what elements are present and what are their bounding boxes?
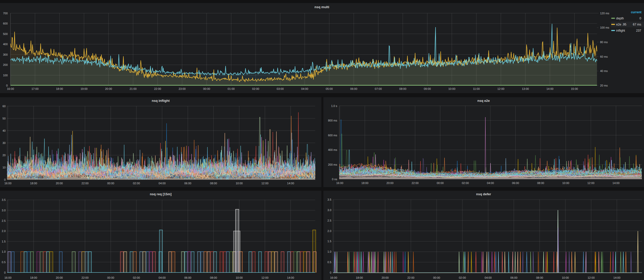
svg-text:600 ms: 600 ms: [328, 134, 337, 137]
svg-text:06:00: 06:00: [184, 182, 191, 185]
svg-text:15:00: 15:00: [571, 87, 578, 90]
svg-text:16:00: 16:00: [7, 87, 14, 90]
svg-text:12:00: 12:00: [587, 181, 594, 185]
svg-text:10: 10: [3, 166, 6, 169]
svg-text:08:00: 08:00: [537, 181, 544, 185]
svg-text:14:00: 14:00: [546, 87, 554, 90]
svg-text:16:00: 16:00: [336, 181, 343, 185]
svg-text:2.0: 2.0: [327, 229, 331, 233]
svg-text:300: 300: [3, 53, 8, 56]
svg-text:40 ms: 40 ms: [600, 69, 608, 72]
svg-text:00:00: 00:00: [107, 182, 114, 185]
svg-text:237: 237: [636, 29, 641, 32]
svg-text:14:00: 14:00: [287, 276, 294, 279]
svg-text:09:00: 09:00: [424, 87, 431, 90]
svg-text:700: 700: [3, 12, 8, 15]
svg-text:0: 0: [6, 84, 8, 87]
svg-text:10:00: 10:00: [562, 181, 569, 185]
svg-text:60: 60: [3, 105, 6, 108]
svg-text:nsq multi: nsq multi: [314, 5, 329, 9]
svg-text:200: 200: [3, 63, 8, 66]
svg-text:10:00: 10:00: [562, 276, 569, 279]
svg-text:2.5: 2.5: [327, 219, 331, 222]
svg-text:0: 0: [330, 271, 331, 274]
svg-text:05:00: 05:00: [326, 87, 333, 90]
svg-text:100: 100: [3, 74, 8, 77]
svg-text:20:00: 20:00: [56, 182, 63, 185]
svg-text:18:00: 18:00: [30, 182, 37, 185]
svg-text:22:00: 22:00: [81, 182, 89, 185]
svg-text:03:00: 03:00: [277, 87, 284, 90]
svg-text:22:00: 22:00: [407, 276, 415, 279]
svg-text:16:00: 16:00: [4, 276, 11, 279]
svg-text:18:00: 18:00: [30, 276, 37, 279]
svg-text:01:00: 01:00: [228, 87, 235, 90]
svg-text:14:00: 14:00: [613, 276, 620, 279]
svg-text:20:00: 20:00: [387, 181, 394, 185]
svg-text:12:00: 12:00: [497, 87, 505, 90]
svg-text:22:00: 22:00: [412, 181, 419, 185]
svg-text:23:00: 23:00: [179, 87, 186, 90]
svg-text:07:00: 07:00: [375, 87, 382, 90]
svg-text:04:00: 04:00: [485, 276, 492, 279]
svg-text:22:00: 22:00: [81, 276, 89, 279]
svg-text:00:00: 00:00: [203, 87, 210, 90]
svg-text:nsq req [15m]: nsq req [15m]: [150, 192, 171, 196]
svg-text:40: 40: [3, 129, 6, 132]
svg-text:80 ms: 80 ms: [600, 41, 608, 44]
svg-text:02:00: 02:00: [133, 182, 140, 185]
svg-text:00:00: 00:00: [437, 181, 444, 185]
svg-text:60 ms: 60 ms: [600, 55, 608, 58]
svg-text:1.0: 1.0: [327, 250, 331, 253]
svg-text:16:00: 16:00: [4, 182, 11, 185]
svg-text:current: current: [631, 10, 641, 14]
svg-text:1.0: 1.0: [2, 250, 6, 253]
svg-text:nsq e2e: nsq e2e: [477, 99, 490, 103]
svg-text:18:00: 18:00: [56, 87, 63, 90]
svg-text:08:00: 08:00: [536, 276, 543, 279]
svg-text:inflight: inflight: [616, 29, 625, 32]
svg-text:13:00: 13:00: [522, 87, 529, 90]
svg-text:06:00: 06:00: [512, 181, 519, 185]
svg-text:e2e .95: e2e .95: [616, 23, 626, 26]
svg-text:22:00: 22:00: [154, 87, 161, 90]
svg-text:02:00: 02:00: [462, 181, 469, 185]
svg-text:50: 50: [3, 117, 6, 120]
svg-text:600: 600: [3, 22, 8, 25]
svg-text:1.0 s: 1.0 s: [331, 104, 337, 107]
svg-text:100 ms: 100 ms: [600, 26, 610, 29]
svg-text:04:00: 04:00: [487, 181, 494, 185]
svg-text:00:00: 00:00: [107, 276, 114, 279]
svg-text:02:00: 02:00: [133, 276, 140, 279]
svg-text:08:00: 08:00: [210, 182, 217, 185]
svg-text:18:00: 18:00: [361, 181, 369, 185]
svg-text:3.0: 3.0: [327, 209, 331, 212]
svg-text:04:00: 04:00: [159, 276, 166, 279]
svg-text:10:00: 10:00: [448, 87, 455, 90]
svg-text:20 ms: 20 ms: [600, 84, 608, 87]
svg-text:0: 0: [4, 271, 6, 274]
svg-text:1.5: 1.5: [2, 240, 6, 243]
svg-text:06:00: 06:00: [510, 276, 518, 279]
svg-text:12:00: 12:00: [588, 276, 595, 279]
svg-text:2.0: 2.0: [2, 229, 6, 233]
svg-text:18:00: 18:00: [356, 276, 363, 279]
svg-text:67 ms: 67 ms: [633, 23, 641, 26]
svg-text:20:00: 20:00: [382, 276, 389, 279]
svg-text:19:00: 19:00: [80, 87, 88, 90]
svg-text:0: 0: [639, 17, 641, 20]
svg-text:20: 20: [3, 154, 6, 157]
svg-text:400: 400: [3, 43, 8, 46]
svg-text:14:00: 14:00: [287, 182, 294, 185]
svg-text:17:00: 17:00: [31, 87, 39, 90]
svg-text:0 ns: 0 ns: [332, 178, 337, 181]
svg-text:21:00: 21:00: [130, 87, 137, 90]
svg-text:0.5: 0.5: [327, 261, 331, 264]
svg-text:nsq defer: nsq defer: [476, 192, 491, 196]
svg-text:30: 30: [3, 141, 6, 144]
svg-text:06:00: 06:00: [350, 87, 357, 90]
svg-text:400 ms: 400 ms: [328, 148, 337, 151]
svg-text:0.5: 0.5: [2, 261, 6, 264]
svg-text:120 ms: 120 ms: [600, 12, 610, 15]
svg-text:02:00: 02:00: [252, 87, 259, 90]
